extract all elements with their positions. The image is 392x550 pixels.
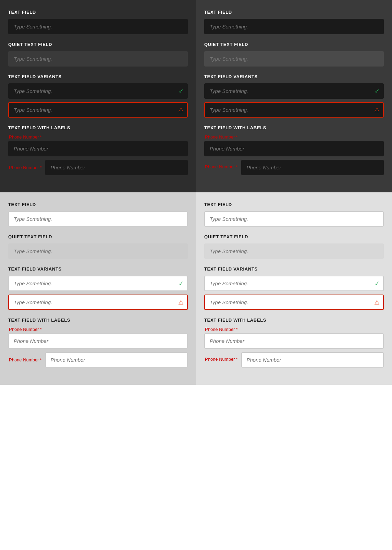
quiet-field-input-3[interactable] <box>8 243 188 259</box>
quiet-field-wrapper-3 <box>8 243 188 259</box>
section-labels-4: TEXT FIELD WITH LABELS Phone Number* Pho… <box>204 318 384 368</box>
phone-label-top-3: Phone Number* <box>8 327 188 332</box>
section-label-variants-2: TEXT FIELD VARIANTS <box>204 74 384 79</box>
section-label-variants-1: TEXT FIELD VARIANTS <box>8 74 188 79</box>
inline-field-input-1[interactable] <box>45 160 188 175</box>
section-label-text-field-3: TEXT FIELD <box>8 202 188 207</box>
error-field-wrapper-3: ⚠ <box>8 295 188 310</box>
section-labels-1: TEXT FIELD WITH LABELS Phone Number* Pho… <box>8 125 188 175</box>
error-field-input-3[interactable] <box>8 295 188 310</box>
text-field-input-2[interactable] <box>204 19 384 34</box>
warn-icon-3: ⚠ <box>178 299 184 306</box>
quiet-field-wrapper-1 <box>8 51 188 67</box>
valid-field-input-1[interactable] <box>8 83 188 99</box>
section-label-text-field-1: TEXT FIELD <box>8 10 188 15</box>
text-field-wrapper-3 <box>8 211 188 227</box>
section-text-field-2: TEXT FIELD <box>204 10 384 34</box>
phone-label-inline-4: Phone Number* <box>204 357 238 362</box>
labeled-field-wrapper-2 <box>204 141 384 156</box>
labeled-field-wrapper-3 <box>8 333 188 349</box>
panel-dark-2: TEXT FIELD QUIET TEXT FIELD TEXT FIELD V… <box>196 0 392 192</box>
valid-field-wrapper-3: ✓ <box>8 276 188 291</box>
section-label-variants-4: TEXT FIELD VARIANTS <box>204 266 384 272</box>
section-label-quiet-4: QUIET TEXT FIELD <box>204 234 384 239</box>
section-label-labels-2: TEXT FIELD WITH LABELS <box>204 125 384 130</box>
inline-label-row-3: Phone Number* <box>8 352 188 368</box>
inline-field-input-4[interactable] <box>241 352 384 368</box>
section-label-text-field-2: TEXT FIELD <box>204 10 384 15</box>
check-icon-1: ✓ <box>179 87 184 95</box>
inline-label-row-1: Phone Number* <box>8 160 188 175</box>
phone-label-inline-1: Phone Number* <box>8 165 42 170</box>
inline-label-row-2: Phone Number* <box>204 160 384 175</box>
section-label-quiet-3: QUIET TEXT FIELD <box>8 234 188 239</box>
panel-dark-1: TEXT FIELD QUIET TEXT FIELD TEXT FIELD V… <box>0 0 196 192</box>
error-field-wrapper-4: ⚠ <box>204 295 384 310</box>
warn-icon-2: ⚠ <box>374 106 380 114</box>
labeled-field-input-4[interactable] <box>204 333 384 349</box>
quiet-field-wrapper-4 <box>204 243 384 259</box>
error-field-wrapper-1: ⚠ <box>8 102 188 118</box>
error-field-input-4[interactable] <box>204 295 384 310</box>
phone-label-top-1: Phone Number* <box>8 134 188 140</box>
check-icon-4: ✓ <box>375 280 380 287</box>
warn-icon-4: ⚠ <box>374 299 380 306</box>
inline-field-input-3[interactable] <box>45 352 188 368</box>
labeled-field-input-3[interactable] <box>8 333 188 349</box>
quiet-field-input-4[interactable] <box>204 243 384 259</box>
inline-field-input-2[interactable] <box>241 160 384 175</box>
text-field-input-3[interactable] <box>8 211 188 227</box>
section-quiet-1: QUIET TEXT FIELD <box>8 42 188 67</box>
phone-label-top-4: Phone Number* <box>204 327 384 332</box>
section-variants-1: TEXT FIELD VARIANTS ✓ ⚠ <box>8 74 188 118</box>
section-quiet-3: QUIET TEXT FIELD <box>8 234 188 259</box>
valid-field-input-2[interactable] <box>204 83 384 99</box>
error-field-wrapper-2: ⚠ <box>204 102 384 118</box>
valid-field-input-3[interactable] <box>8 276 188 291</box>
section-text-field-3: TEXT FIELD <box>8 202 188 227</box>
section-label-labels-4: TEXT FIELD WITH LABELS <box>204 318 384 323</box>
valid-field-wrapper-4: ✓ <box>204 276 384 291</box>
check-icon-2: ✓ <box>375 87 380 95</box>
inline-label-row-4: Phone Number* <box>204 352 384 368</box>
panel-light-1: TEXT FIELD QUIET TEXT FIELD TEXT FIELD V… <box>0 192 196 385</box>
section-label-quiet-2: QUIET TEXT FIELD <box>204 42 384 47</box>
section-variants-3: TEXT FIELD VARIANTS ✓ ⚠ <box>8 266 188 310</box>
section-quiet-4: QUIET TEXT FIELD <box>204 234 384 259</box>
section-label-quiet-1: QUIET TEXT FIELD <box>8 42 188 47</box>
labeled-field-wrapper-1 <box>8 141 188 156</box>
phone-label-inline-3: Phone Number* <box>8 357 42 362</box>
valid-field-wrapper-1: ✓ <box>8 83 188 99</box>
section-labels-3: TEXT FIELD WITH LABELS Phone Number* Pho… <box>8 318 188 368</box>
text-field-input-4[interactable] <box>204 211 384 227</box>
error-field-input-1[interactable] <box>8 102 188 118</box>
quiet-field-input-1[interactable] <box>8 51 188 67</box>
quiet-field-wrapper-2 <box>204 51 384 67</box>
section-quiet-2: QUIET TEXT FIELD <box>204 42 384 67</box>
text-field-wrapper-4 <box>204 211 384 227</box>
labeled-field-input-1[interactable] <box>8 141 188 156</box>
warn-icon-1: ⚠ <box>178 106 184 114</box>
labeled-field-input-2[interactable] <box>204 141 384 156</box>
valid-field-wrapper-2: ✓ <box>204 83 384 99</box>
section-variants-4: TEXT FIELD VARIANTS ✓ ⚠ <box>204 266 384 310</box>
section-text-field-4: TEXT FIELD <box>204 202 384 227</box>
text-field-input-1[interactable] <box>8 19 188 34</box>
section-text-field-1: TEXT FIELD <box>8 10 188 34</box>
section-label-text-field-4: TEXT FIELD <box>204 202 384 207</box>
section-label-variants-3: TEXT FIELD VARIANTS <box>8 266 188 272</box>
text-field-wrapper-1 <box>8 19 188 34</box>
section-labels-2: TEXT FIELD WITH LABELS Phone Number* Pho… <box>204 125 384 175</box>
check-icon-3: ✓ <box>179 280 184 287</box>
section-variants-2: TEXT FIELD VARIANTS ✓ ⚠ <box>204 74 384 118</box>
panel-light-2: TEXT FIELD QUIET TEXT FIELD TEXT FIELD V… <box>196 192 392 385</box>
section-label-labels-1: TEXT FIELD WITH LABELS <box>8 125 188 130</box>
labeled-field-wrapper-4 <box>204 333 384 349</box>
text-field-wrapper-2 <box>204 19 384 34</box>
section-label-labels-3: TEXT FIELD WITH LABELS <box>8 318 188 323</box>
valid-field-input-4[interactable] <box>204 276 384 291</box>
quiet-field-input-2[interactable] <box>204 51 384 67</box>
phone-label-top-2: Phone Number* <box>204 134 384 140</box>
phone-label-inline-2: Phone Number* <box>204 164 238 169</box>
error-field-input-2[interactable] <box>204 102 384 118</box>
